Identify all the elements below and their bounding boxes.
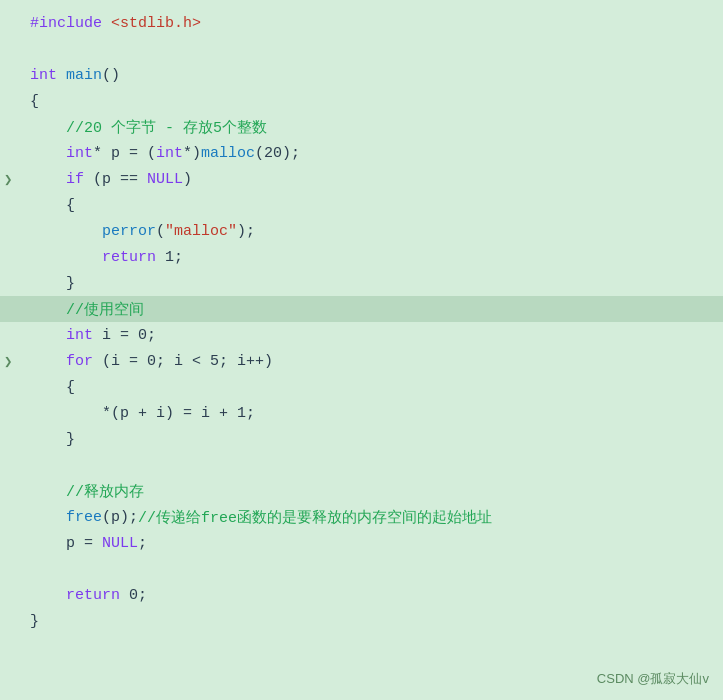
brace-close-17: } bbox=[30, 431, 75, 448]
code-line-17: } bbox=[0, 426, 723, 452]
indent-6 bbox=[30, 145, 66, 162]
brace-open: { bbox=[30, 93, 39, 110]
null-val: NULL bbox=[147, 171, 183, 188]
code-line-12: //使用空间 bbox=[0, 296, 723, 322]
keyword-int: int bbox=[30, 67, 57, 84]
brace-close-main: } bbox=[30, 613, 39, 630]
kw-int-13: int bbox=[66, 327, 93, 344]
code-line-22 bbox=[0, 556, 723, 582]
p-null: p = bbox=[66, 535, 102, 552]
for-cond: (i = 0; i < 5; i++) bbox=[93, 353, 273, 370]
indent-8: { bbox=[30, 197, 75, 214]
code-line-7: ❯ if (p == NULL) bbox=[0, 166, 723, 192]
malloc-str: "malloc" bbox=[165, 223, 237, 240]
cast-close: *) bbox=[183, 145, 201, 162]
kw-for: for bbox=[66, 353, 93, 370]
free-arg: (p); bbox=[102, 509, 138, 526]
code-line-4: { bbox=[0, 88, 723, 114]
gutter-7: ❯ bbox=[4, 171, 12, 188]
ptr-assign: *(p + i) = i + 1; bbox=[30, 405, 255, 422]
perror-fn: perror bbox=[102, 223, 156, 240]
code-line-9: perror("malloc"); bbox=[0, 218, 723, 244]
code-line-3: int main() bbox=[0, 62, 723, 88]
code-line-18 bbox=[0, 452, 723, 478]
comment-free-desc: //传递给free函数的是要释放的内存空间的起始地址 bbox=[138, 508, 492, 527]
indent-7 bbox=[30, 171, 66, 188]
code-line-24: } bbox=[0, 608, 723, 634]
gutter-14: ❯ bbox=[4, 353, 12, 370]
code-line-19: //释放内存 bbox=[0, 478, 723, 504]
i-decl: i = 0; bbox=[93, 327, 156, 344]
null-assign: NULL bbox=[102, 535, 138, 552]
malloc-fn: malloc bbox=[201, 145, 255, 162]
code-line-16: *(p + i) = i + 1; bbox=[0, 400, 723, 426]
kw-int-cast: int bbox=[156, 145, 183, 162]
code-line-21: p = NULL; bbox=[0, 530, 723, 556]
perror-open: ( bbox=[156, 223, 165, 240]
code-line-14: ❯ for (i = 0; i < 5; i++) bbox=[0, 348, 723, 374]
kw-int-6: int bbox=[66, 145, 93, 162]
ptr-6: * p = ( bbox=[93, 145, 156, 162]
brace-close-11: } bbox=[30, 275, 75, 292]
code-line-2 bbox=[0, 36, 723, 62]
if-cond: (p == bbox=[84, 171, 147, 188]
comment-1: //20 个字节 - 存放5个整数 bbox=[30, 118, 267, 137]
malloc-args: (20); bbox=[255, 145, 300, 162]
header-file: <stdlib.h> bbox=[111, 15, 201, 32]
include-keyword: #include bbox=[30, 15, 111, 32]
indent-14 bbox=[30, 353, 66, 370]
watermark: CSDN @孤寂大仙v bbox=[597, 670, 709, 688]
indent-20 bbox=[30, 509, 66, 526]
semicolon-21: ; bbox=[138, 535, 147, 552]
indent-21 bbox=[30, 535, 66, 552]
code-line-20: free(p);//传递给free函数的是要释放的内存空间的起始地址 bbox=[0, 504, 723, 530]
kw-if: if bbox=[66, 171, 84, 188]
indent-13 bbox=[30, 327, 66, 344]
code-line-5: //20 个字节 - 存放5个整数 bbox=[0, 114, 723, 140]
code-line-15: { bbox=[0, 374, 723, 400]
code-line-11: } bbox=[0, 270, 723, 296]
kw-return-1: return bbox=[102, 249, 156, 266]
code-line-6: int* p = (int*)malloc(20); bbox=[0, 140, 723, 166]
main-func bbox=[57, 67, 66, 84]
comment-use: //使用空间 bbox=[30, 300, 144, 319]
indent-23 bbox=[30, 587, 66, 604]
code-line-13: int i = 0; bbox=[0, 322, 723, 348]
code-line-23: return 0; bbox=[0, 582, 723, 608]
return-1-val: 1; bbox=[156, 249, 183, 266]
indent-10 bbox=[30, 249, 102, 266]
code-line-8: { bbox=[0, 192, 723, 218]
code-line-10: return 1; bbox=[0, 244, 723, 270]
free-fn: free bbox=[66, 509, 102, 526]
comment-free: //释放内存 bbox=[30, 482, 144, 501]
if-close: ) bbox=[183, 171, 192, 188]
kw-return-0: return bbox=[66, 587, 120, 604]
brace-open-15: { bbox=[30, 379, 75, 396]
indent-9 bbox=[30, 223, 102, 240]
code-line-1: #include <stdlib.h> bbox=[0, 10, 723, 36]
code-editor: #include <stdlib.h> int main() { //20 个字… bbox=[0, 0, 723, 700]
main-name: main bbox=[66, 67, 102, 84]
main-parens: () bbox=[102, 67, 120, 84]
perror-close: ); bbox=[237, 223, 255, 240]
return-0-val: 0; bbox=[120, 587, 147, 604]
